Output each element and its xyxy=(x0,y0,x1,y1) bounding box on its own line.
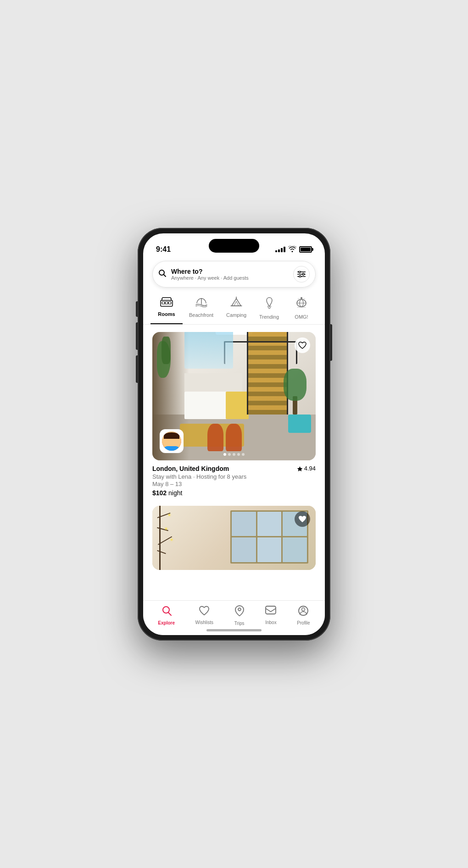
omg-icon xyxy=(295,297,308,312)
filter-button[interactable] xyxy=(293,266,310,282)
dot-1 xyxy=(223,453,226,456)
mute-button[interactable] xyxy=(136,301,138,317)
signal-bar-3 xyxy=(281,248,283,252)
search-text: Where to? Anywhere · Any week · Add gues… xyxy=(171,268,293,281)
listing-card-1[interactable]: London, United Kingdom 4.94 Stay with Le… xyxy=(143,325,325,502)
price-unit: night xyxy=(168,489,182,497)
svg-rect-11 xyxy=(168,302,171,304)
listing-dates: May 8 – 13 xyxy=(152,481,316,487)
nav-explore-label: Explore xyxy=(158,620,175,625)
power-button[interactable] xyxy=(330,324,332,361)
listing-card-2[interactable] xyxy=(143,502,325,570)
svg-point-18 xyxy=(301,297,302,299)
search-bar[interactable]: Where to? Anywhere · Any week · Add gues… xyxy=(152,261,316,287)
search-section: Where to? Anywhere · Any week · Add gues… xyxy=(143,257,325,293)
wishlist-heart-2[interactable] xyxy=(295,511,310,527)
search-subtitle: Anywhere · Any week · Add guests xyxy=(171,275,293,281)
nav-explore[interactable]: Explore xyxy=(153,603,179,627)
avatar-body xyxy=(163,446,180,451)
listing-price: $102 night xyxy=(152,489,316,497)
dot-2 xyxy=(228,453,231,456)
nav-trips[interactable]: Trips xyxy=(229,603,250,628)
listing-image-1 xyxy=(152,332,316,460)
tab-trending-label: Trending xyxy=(259,314,279,320)
svg-point-27 xyxy=(302,608,305,611)
tab-rooms-label: Rooms xyxy=(158,311,175,317)
upper-cabinets xyxy=(184,373,242,392)
planter-box xyxy=(288,415,311,433)
nav-wishlists-label: Wishlists xyxy=(195,620,213,625)
dynamic-island xyxy=(209,239,259,253)
svg-point-6 xyxy=(302,273,304,275)
camping-icon xyxy=(230,297,243,310)
svg-rect-25 xyxy=(266,606,276,614)
signal-bar-1 xyxy=(275,250,277,252)
avatar-hair xyxy=(164,432,179,439)
light-3 xyxy=(171,539,173,541)
signal-bar-4 xyxy=(284,247,285,252)
nav-trips-label: Trips xyxy=(234,621,245,626)
signal-bars-icon xyxy=(275,247,285,252)
svg-rect-10 xyxy=(165,302,168,304)
price-amount: $102 xyxy=(152,489,167,497)
nav-inbox[interactable]: Inbox xyxy=(261,604,281,627)
tab-beachfront[interactable]: Beachfront xyxy=(183,293,220,324)
svg-point-5 xyxy=(299,271,301,273)
status-time: 9:41 xyxy=(156,245,171,254)
wishlist-heart-1[interactable] xyxy=(295,337,310,353)
dot-5 xyxy=(242,453,245,456)
inbox-icon xyxy=(265,606,276,619)
nav-profile-label: Profile xyxy=(297,620,310,625)
main-content: London, United Kingdom 4.94 Stay with Le… xyxy=(143,325,325,600)
svg-line-1 xyxy=(164,274,166,276)
tab-trending[interactable]: Trending xyxy=(253,293,285,324)
search-title: Where to? xyxy=(171,268,293,275)
tab-beachfront-label: Beachfront xyxy=(189,312,213,318)
svg-rect-9 xyxy=(162,302,165,304)
oven xyxy=(226,392,249,419)
volume-up-button[interactable] xyxy=(136,322,138,350)
listing-image-2 xyxy=(152,506,316,570)
svg-line-23 xyxy=(168,613,171,615)
battery-icon xyxy=(299,246,312,253)
right-plant xyxy=(284,369,306,415)
chair-2 xyxy=(226,424,242,451)
phone-frame: 9:41 xyxy=(138,228,330,641)
pane-6 xyxy=(283,537,307,562)
dot-3 xyxy=(233,453,235,456)
nav-wishlists[interactable]: Wishlists xyxy=(191,604,218,627)
tab-camping[interactable]: Camping xyxy=(220,293,253,324)
trending-icon xyxy=(264,297,275,312)
plant-leaves xyxy=(284,369,306,401)
room-photo-2 xyxy=(152,506,316,570)
branch-main xyxy=(159,506,161,570)
plant-2 xyxy=(162,337,171,364)
svg-marker-21 xyxy=(297,466,302,471)
host-avatar-1 xyxy=(160,429,184,453)
tab-omg-label: OMG! xyxy=(295,314,308,320)
tab-rooms[interactable]: Rooms xyxy=(150,293,183,324)
search-icon xyxy=(158,269,167,279)
beachfront-icon xyxy=(195,297,208,310)
volume-down-button[interactable] xyxy=(136,355,138,383)
chair-1 xyxy=(207,424,223,451)
pane-5 xyxy=(257,537,282,562)
light-2 xyxy=(165,528,167,530)
image-dots xyxy=(223,453,245,456)
pane-2 xyxy=(257,512,282,536)
listing-location: London, United Kingdom xyxy=(152,465,229,472)
listing-info-1: London, United Kingdom 4.94 Stay with Le… xyxy=(152,460,316,498)
tab-camping-label: Camping xyxy=(226,312,246,318)
skylight xyxy=(184,332,233,369)
rooms-icon xyxy=(160,297,173,310)
pane-4 xyxy=(232,537,256,562)
listing-rating: 4.94 xyxy=(297,465,316,472)
status-icons xyxy=(275,246,312,254)
svg-point-24 xyxy=(238,608,241,611)
tab-omg[interactable]: OMG! xyxy=(285,293,318,324)
nav-profile[interactable]: Profile xyxy=(292,603,314,627)
dot-4 xyxy=(237,453,240,456)
svg-point-7 xyxy=(299,276,301,277)
home-indicator xyxy=(206,629,262,631)
profile-icon xyxy=(298,605,309,619)
